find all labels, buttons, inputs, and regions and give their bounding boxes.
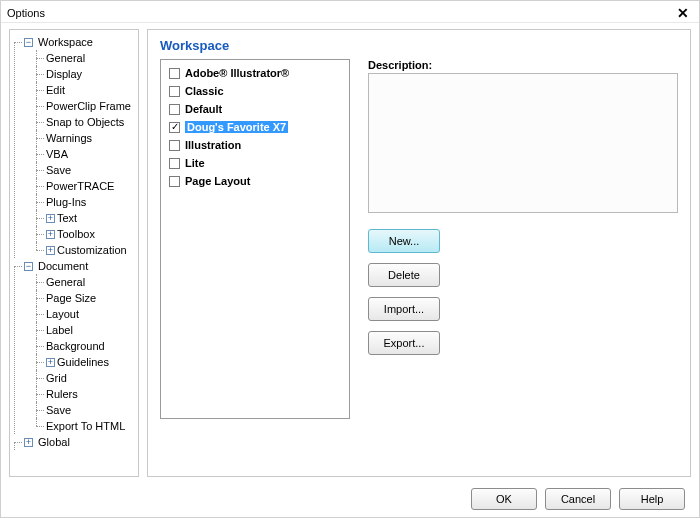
tree-item[interactable]: Save — [46, 404, 71, 416]
expand-icon[interactable]: + — [46, 214, 55, 223]
workspace-label: Classic — [185, 85, 224, 97]
workspace-checkbox[interactable] — [169, 176, 180, 187]
tree-item[interactable]: Plug-Ins — [46, 196, 86, 208]
tree-item[interactable]: Label — [46, 324, 73, 336]
workspace-checkbox[interactable] — [169, 122, 180, 133]
workspace-list[interactable]: Adobe® Illustrator®ClassicDefaultDoug's … — [160, 59, 350, 419]
workspace-label: Lite — [185, 157, 205, 169]
tree-node-document[interactable]: Document — [38, 260, 88, 272]
workspace-label: Doug's Favorite X7 — [185, 121, 288, 133]
workspace-label: Default — [185, 103, 222, 115]
window-title: Options — [7, 7, 45, 19]
workspace-checkbox[interactable] — [169, 140, 180, 151]
workspace-checkbox[interactable] — [169, 158, 180, 169]
expand-icon[interactable]: + — [24, 438, 33, 447]
expand-icon[interactable]: + — [46, 230, 55, 239]
tree-item[interactable]: Page Size — [46, 292, 96, 304]
ok-button[interactable]: OK — [471, 488, 537, 510]
dialog-footer: OK Cancel Help — [1, 481, 699, 517]
workspace-item[interactable]: Default — [167, 100, 343, 118]
workspace-item[interactable]: Adobe® Illustrator® — [167, 64, 343, 82]
workspace-checkbox[interactable] — [169, 86, 180, 97]
workspace-item[interactable]: Page Layout — [167, 172, 343, 190]
import-button[interactable]: Import... — [368, 297, 440, 321]
workspace-item[interactable]: Doug's Favorite X7 — [167, 118, 343, 136]
tree-item[interactable]: Edit — [46, 84, 65, 96]
tree-item[interactable]: PowerTRACE — [46, 180, 114, 192]
tree-item[interactable]: Toolbox — [57, 228, 95, 240]
tree-node-global[interactable]: Global — [38, 436, 70, 448]
tree-item[interactable]: General — [46, 276, 85, 288]
expand-icon[interactable]: + — [46, 358, 55, 367]
tree-item[interactable]: Layout — [46, 308, 79, 320]
collapse-icon[interactable]: − — [24, 38, 33, 47]
tree-item[interactable]: Text — [57, 212, 77, 224]
category-tree[interactable]: − Workspace General Display Edit PowerCl… — [9, 29, 139, 477]
tree-item[interactable]: Save — [46, 164, 71, 176]
workspace-panel: Workspace Adobe® Illustrator®ClassicDefa… — [147, 29, 691, 477]
tree-node-workspace[interactable]: Workspace — [38, 36, 93, 48]
tree-item[interactable]: Display — [46, 68, 82, 80]
tree-item[interactable]: Grid — [46, 372, 67, 384]
workspace-label: Illustration — [185, 139, 241, 151]
tree-item[interactable]: Guidelines — [57, 356, 109, 368]
description-box — [368, 73, 678, 213]
cancel-button[interactable]: Cancel — [545, 488, 611, 510]
tree-item[interactable]: Warnings — [46, 132, 92, 144]
workspace-item[interactable]: Illustration — [167, 136, 343, 154]
workspace-item[interactable]: Lite — [167, 154, 343, 172]
workspace-label: Adobe® Illustrator® — [185, 67, 289, 79]
help-button[interactable]: Help — [619, 488, 685, 510]
workspace-checkbox[interactable] — [169, 104, 180, 115]
tree-item[interactable]: Customization — [57, 244, 127, 256]
workspace-checkbox[interactable] — [169, 68, 180, 79]
options-dialog: Options ✕ − Workspace General Display Ed… — [0, 0, 700, 518]
titlebar: Options ✕ — [1, 1, 699, 23]
tree-item[interactable]: Snap to Objects — [46, 116, 124, 128]
workspace-item[interactable]: Classic — [167, 82, 343, 100]
tree-item[interactable]: Rulers — [46, 388, 78, 400]
description-label: Description: — [368, 59, 678, 71]
new-button[interactable]: New... — [368, 229, 440, 253]
collapse-icon[interactable]: − — [24, 262, 33, 271]
close-icon[interactable]: ✕ — [673, 6, 693, 20]
export-button[interactable]: Export... — [368, 331, 440, 355]
workspace-label: Page Layout — [185, 175, 250, 187]
expand-icon[interactable]: + — [46, 246, 55, 255]
dialog-body: − Workspace General Display Edit PowerCl… — [1, 23, 699, 481]
tree-item[interactable]: Export To HTML — [46, 420, 125, 432]
tree-item[interactable]: PowerClip Frame — [46, 100, 131, 112]
panel-heading: Workspace — [160, 38, 678, 53]
delete-button[interactable]: Delete — [368, 263, 440, 287]
tree-item[interactable]: Background — [46, 340, 105, 352]
tree-item[interactable]: VBA — [46, 148, 68, 160]
tree-item[interactable]: General — [46, 52, 85, 64]
